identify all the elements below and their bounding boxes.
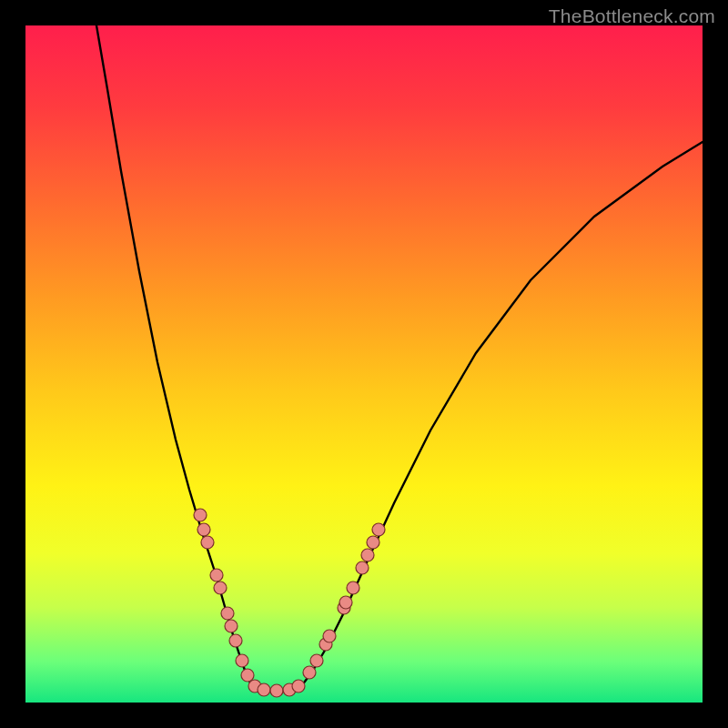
data-point [258,683,270,696]
watermark-text: TheBottleneck.com [549,5,715,27]
data-point [356,561,369,574]
data-point [361,549,374,561]
curve-svg [25,25,703,703]
data-point [229,634,242,647]
chart-frame: TheBottleneck.com [0,0,728,728]
data-point [197,523,210,536]
data-point [292,680,305,693]
data-point [270,684,283,697]
data-point [241,669,254,682]
plot-area [25,25,703,703]
data-point [323,630,336,642]
data-point [347,581,359,594]
data-point [303,666,316,679]
data-point [194,509,207,521]
data-point [201,536,214,549]
data-point [236,654,248,667]
data-point [221,607,234,620]
bottleneck-curve [96,25,703,691]
data-dots [194,509,385,697]
data-point [372,523,385,536]
data-point [367,536,379,549]
data-point [214,581,227,594]
data-point [310,654,323,667]
data-point [210,569,223,581]
data-point [225,620,238,632]
data-point [339,596,352,609]
